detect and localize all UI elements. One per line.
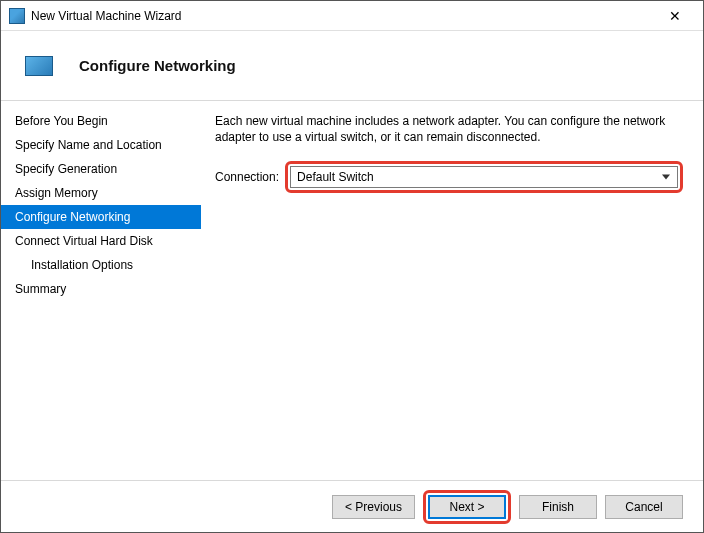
wizard-window: New Virtual Machine Wizard ✕ Configure N…: [0, 0, 704, 533]
page-title: Configure Networking: [79, 57, 236, 74]
wizard-footer: < Previous Next > Finish Cancel: [1, 480, 703, 532]
wizard-header: Configure Networking: [1, 31, 703, 101]
connection-select-highlight: Default Switch: [285, 161, 683, 193]
connection-select[interactable]: Default Switch: [290, 166, 678, 188]
description-text: Each new virtual machine includes a netw…: [215, 113, 683, 145]
titlebar: New Virtual Machine Wizard ✕: [1, 1, 703, 31]
wizard-body: Before You Begin Specify Name and Locati…: [1, 101, 703, 480]
sidebar-step-connect-vhd[interactable]: Connect Virtual Hard Disk: [1, 229, 201, 253]
cancel-button[interactable]: Cancel: [605, 495, 683, 519]
header-icon: [25, 56, 53, 76]
window-title: New Virtual Machine Wizard: [31, 9, 655, 23]
sidebar-step-summary[interactable]: Summary: [1, 277, 201, 301]
sidebar-step-installation-options[interactable]: Installation Options: [1, 253, 201, 277]
connection-label: Connection:: [215, 170, 279, 184]
wizard-steps-sidebar: Before You Begin Specify Name and Locati…: [1, 101, 201, 480]
next-button[interactable]: Next >: [428, 495, 506, 519]
connection-row: Connection: Default Switch: [215, 161, 683, 193]
sidebar-step-configure-networking[interactable]: Configure Networking: [1, 205, 201, 229]
sidebar-step-before-you-begin[interactable]: Before You Begin: [1, 109, 201, 133]
sidebar-step-specify-name-location[interactable]: Specify Name and Location: [1, 133, 201, 157]
previous-button[interactable]: < Previous: [332, 495, 415, 519]
sidebar-step-specify-generation[interactable]: Specify Generation: [1, 157, 201, 181]
sidebar-step-assign-memory[interactable]: Assign Memory: [1, 181, 201, 205]
wizard-content: Each new virtual machine includes a netw…: [201, 101, 703, 480]
next-button-highlight: Next >: [423, 490, 511, 524]
close-icon[interactable]: ✕: [655, 2, 695, 30]
finish-button[interactable]: Finish: [519, 495, 597, 519]
app-icon: [9, 8, 25, 24]
